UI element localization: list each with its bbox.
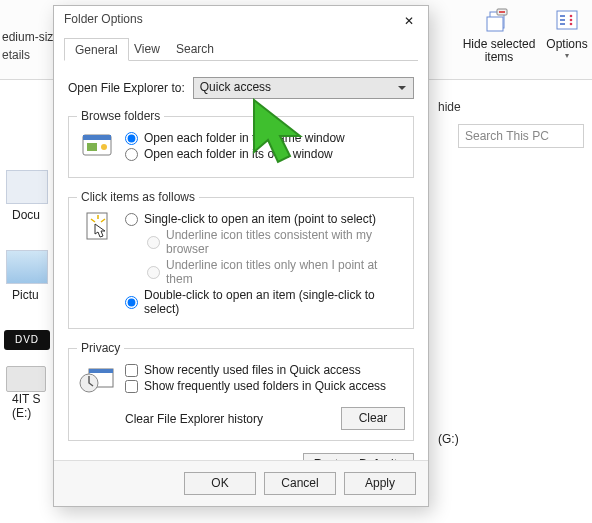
cancel-button[interactable]: Cancel (264, 472, 336, 495)
dialog-title: Folder Options (64, 12, 143, 26)
svg-rect-1 (487, 17, 503, 31)
options-label: Options (543, 38, 591, 51)
tab-general[interactable]: General (64, 38, 129, 61)
pictures-icon (6, 250, 48, 284)
click-items-icon (77, 210, 119, 248)
svg-point-6 (570, 23, 573, 26)
ok-button[interactable]: OK (184, 472, 256, 495)
nav-item-pictures[interactable]: Pictu (0, 250, 54, 302)
checkbox-frequent-folders[interactable]: Show frequently used folders in Quick ac… (125, 379, 405, 393)
svg-rect-13 (89, 369, 113, 373)
ribbon-truncated-size: edium-siz (2, 30, 53, 44)
open-explorer-to-label: Open File Explorer to: (68, 81, 185, 95)
hide-selected-label: Hide selected items (460, 38, 538, 64)
checkbox-recent-files[interactable]: Show recently used files in Quick access (125, 363, 405, 377)
close-icon: ✕ (404, 14, 414, 28)
group-privacy: Privacy Show recently used files in Quic… (68, 341, 414, 441)
dialog-footer: OK Cancel Apply (54, 460, 428, 506)
chevron-down-icon: ▾ (543, 51, 591, 60)
hide-selected-icon (485, 8, 513, 32)
group-browse-folders: Browse folders Open each folder in the s… (68, 109, 414, 178)
radio-underline-point: Underline icon titles only when I point … (147, 258, 405, 286)
folder-options-dialog: Folder Options ✕ General View Search Ope… (53, 5, 429, 507)
svg-point-4 (570, 15, 573, 18)
nav-item-documents[interactable]: Docu (0, 170, 54, 222)
svg-rect-8 (83, 135, 111, 140)
privacy-icon (77, 361, 119, 399)
group-click-items: Click items as follows Single-click to o… (68, 190, 414, 329)
dvd-icon: DVD (4, 330, 50, 350)
tabs: General View Search (64, 36, 418, 61)
drive-icon (6, 366, 46, 392)
group-browse-legend: Browse folders (77, 109, 164, 123)
svg-point-5 (570, 19, 573, 22)
drive-g-label: (G:) (438, 432, 459, 446)
nav-item-dvd[interactable]: DVD (0, 330, 54, 350)
radio-double-click[interactable]: Double-click to open an item (single-cli… (125, 288, 405, 316)
bg-hide-label: hide (438, 100, 461, 114)
radio-underline-browser: Underline icon titles consistent with my… (147, 228, 405, 256)
clear-history-label: Clear File Explorer history (125, 412, 263, 426)
dialog-titlebar[interactable]: Folder Options ✕ (54, 6, 428, 36)
group-click-legend: Click items as follows (77, 190, 199, 204)
radio-own-window[interactable]: Open each folder in its own window (125, 147, 405, 161)
open-explorer-to-dropdown[interactable]: Quick access (193, 77, 414, 99)
svg-rect-9 (87, 143, 97, 151)
radio-single-click[interactable]: Single-click to open an item (point to s… (125, 212, 405, 226)
hide-selected-items-button[interactable]: Hide selected items (460, 8, 538, 64)
apply-button[interactable]: Apply (344, 472, 416, 495)
svg-point-10 (101, 144, 107, 150)
nav-panel: Docu Pictu DVD 4IT S (E:) (0, 170, 54, 448)
tab-view[interactable]: View (124, 38, 170, 61)
radio-same-window[interactable]: Open each folder in the same window (125, 131, 405, 145)
nav-item-drive-e[interactable]: 4IT S (E:) (0, 366, 54, 420)
clear-button[interactable]: Clear (341, 407, 405, 430)
close-button[interactable]: ✕ (396, 11, 422, 31)
options-icon (554, 8, 580, 32)
group-privacy-legend: Privacy (77, 341, 124, 355)
search-input[interactable]: Search This PC (458, 124, 584, 148)
ribbon-truncated-details: etails (2, 48, 30, 62)
options-button[interactable]: Options ▾ (543, 8, 591, 60)
browse-folders-icon (77, 129, 119, 167)
documents-icon (6, 170, 48, 204)
tab-search[interactable]: Search (166, 38, 224, 61)
